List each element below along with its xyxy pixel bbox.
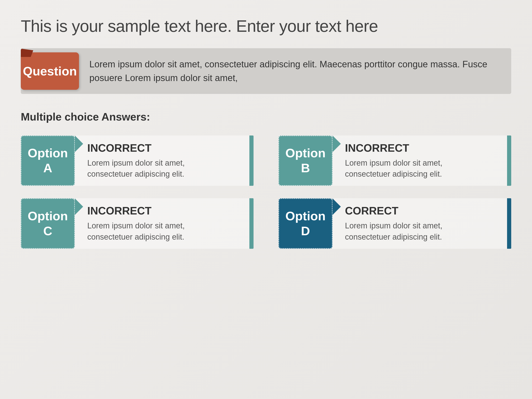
question-bar: Question Lorem ipsum dolor sit amet, con… xyxy=(21,48,511,94)
answers-section-label: Multiple choice Answers: xyxy=(21,111,511,123)
answer-content-a: INCORRECT Lorem ipsum dolor sit amet,con… xyxy=(83,135,249,186)
side-bar-d xyxy=(507,198,511,248)
answer-status-c: INCORRECT xyxy=(87,204,243,217)
answer-desc-b: Lorem ipsum dolor sit amet,consectetuer … xyxy=(345,158,501,180)
answers-grid: OptionA INCORRECT Lorem ipsum dolor sit … xyxy=(21,135,511,249)
answer-status-d: CORRECT xyxy=(345,204,501,217)
answer-desc-d: Lorem ipsum dolor sit amet,consectetuer … xyxy=(345,220,501,242)
question-badge-label: Question xyxy=(23,64,77,78)
option-label-b: OptionB xyxy=(285,146,325,176)
option-label-a: OptionA xyxy=(28,146,68,176)
connector-a xyxy=(75,135,83,152)
answer-item-d: OptionD CORRECT Lorem ipsum dolor sit am… xyxy=(279,198,511,248)
option-box-d: OptionD xyxy=(279,198,332,248)
connector-b xyxy=(332,135,341,152)
answer-item-b: OptionB INCORRECT Lorem ipsum dolor sit … xyxy=(279,135,511,186)
option-box-b: OptionB xyxy=(279,135,332,186)
answer-item-a: OptionA INCORRECT Lorem ipsum dolor sit … xyxy=(21,135,253,186)
answer-desc-a: Lorem ipsum dolor sit amet,consectetuer … xyxy=(87,158,243,180)
connector-c xyxy=(75,198,83,215)
answer-status-b: INCORRECT xyxy=(345,142,501,154)
question-badge: Question xyxy=(21,52,79,90)
answer-content-d: CORRECT Lorem ipsum dolor sit amet,conse… xyxy=(341,198,507,248)
option-label-d: OptionD xyxy=(285,209,325,239)
option-label-c: OptionC xyxy=(28,209,68,239)
page-title: This is your sample text here. Enter you… xyxy=(21,17,511,36)
answer-desc-c: Lorem ipsum dolor sit amet,consectetuer … xyxy=(87,220,243,242)
answer-status-a: INCORRECT xyxy=(87,142,243,154)
side-bar-a xyxy=(249,135,253,186)
answer-content-c: INCORRECT Lorem ipsum dolor sit amet,con… xyxy=(83,198,249,248)
answer-content-b: INCORRECT Lorem ipsum dolor sit amet,con… xyxy=(341,135,507,186)
option-box-c: OptionC xyxy=(21,198,75,248)
page-content: This is your sample text here. Enter you… xyxy=(0,0,532,261)
question-text: Lorem ipsum dolor sit amet, consectetuer… xyxy=(89,57,501,85)
option-box-a: OptionA xyxy=(21,135,75,186)
side-bar-c xyxy=(249,198,253,248)
answer-item-c: OptionC INCORRECT Lorem ipsum dolor sit … xyxy=(21,198,253,248)
side-bar-b xyxy=(507,135,511,186)
connector-d xyxy=(332,198,341,215)
